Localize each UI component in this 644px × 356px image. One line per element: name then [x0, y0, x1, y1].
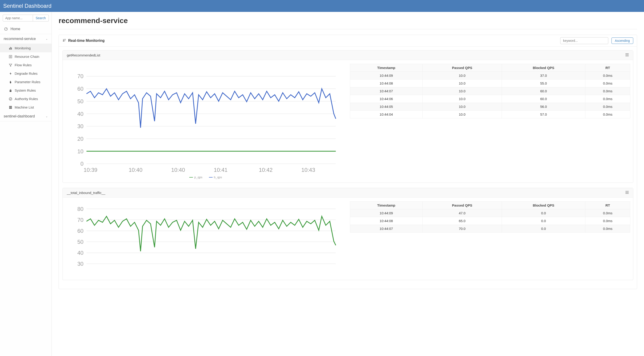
col-passed-qps: Passed QPS	[422, 201, 502, 209]
sidebar: Search Home recommend-service ⌄ Monitori…	[0, 12, 52, 356]
cell-blocked: 56.0	[502, 103, 586, 111]
resource-name: getRecommendedList	[67, 53, 100, 57]
svg-text:80: 80	[77, 206, 84, 212]
servers-icon	[8, 106, 13, 109]
cell-ts: 10:44:08	[350, 80, 423, 87]
nav-app-sentinel-dashboard[interactable]: sentinel-dashboard ⌄	[0, 112, 52, 121]
cell-ts: 10:44:05	[350, 103, 423, 111]
svg-text:70: 70	[77, 217, 84, 223]
cell-blocked: 0.0	[502, 225, 586, 233]
nav-home[interactable]: Home	[0, 24, 52, 34]
metrics-table: Timestamp Passed QPS Blocked QPS RT 10:4…	[350, 201, 630, 276]
sort-icon	[62, 39, 66, 43]
panel-body: getRecommendedList	[59, 47, 637, 289]
nav-app-recommend-service[interactable]: recommend-service ⌄	[0, 34, 52, 44]
chart-legend: p_qps b_qps	[66, 176, 346, 179]
bolt-icon	[8, 72, 13, 75]
nav-app-label: recommend-service	[4, 37, 36, 41]
table-row: 10:44:0910.037.00.0ms	[350, 72, 630, 80]
cell-blocked: 37.0	[502, 72, 586, 80]
resource-card: getRecommendedList	[62, 50, 633, 183]
app-header: Sentinel Dashboard	[0, 0, 644, 12]
metrics-table: Timestamp Passed QPS Blocked QPS RT 10:4…	[350, 64, 630, 179]
nav-parameter-rules[interactable]: Parameter Rules	[0, 78, 52, 86]
svg-rect-9	[10, 90, 12, 92]
fire-icon	[8, 80, 13, 84]
nav-flow-rules[interactable]: Flow Rules	[0, 61, 52, 69]
panel-title: Real-time Monitoring	[68, 39, 104, 43]
nav-resource-chain[interactable]: Resource Chain	[0, 52, 52, 61]
svg-text:40: 40	[77, 111, 84, 117]
divider	[58, 29, 637, 29]
monitoring-panel: Real-time Monitoring Ascending getRecomm…	[58, 35, 637, 289]
cell-rt: 0.0ms	[586, 225, 630, 233]
svg-text:30: 30	[77, 123, 84, 129]
nav-degrade-rules[interactable]: Degrade Rules	[0, 69, 52, 78]
cell-rt: 0.0ms	[586, 87, 630, 95]
cell-rt: 0.0ms	[586, 72, 630, 80]
table-row: 10:44:0610.060.00.0ms	[350, 95, 630, 103]
svg-text:10: 10	[77, 148, 84, 155]
line-chart: 80 70 60 50 40 30	[66, 201, 346, 276]
nav-item-label: Flow Rules	[15, 63, 32, 67]
app-search-input[interactable]	[3, 15, 33, 21]
cell-passed: 70.0	[422, 225, 502, 233]
app-title: Sentinel Dashboard	[3, 3, 52, 9]
menu-icon[interactable]	[625, 191, 629, 195]
chevron-down-icon: ⌄	[46, 115, 48, 118]
panel-header: Real-time Monitoring Ascending	[59, 35, 637, 47]
svg-text:60: 60	[77, 228, 84, 234]
nav-item-label: Resource Chain	[15, 55, 39, 58]
cell-blocked: 57.0	[502, 111, 586, 118]
cell-ts: 10:44:07	[350, 87, 423, 95]
cell-passed: 10.0	[422, 111, 502, 118]
nav-item-label: Parameter Rules	[15, 80, 40, 84]
cell-passed: 10.0	[422, 103, 502, 111]
nav-authority-rules[interactable]: Authority Rules	[0, 95, 52, 103]
table-row: 10:44:0810.055.00.0ms	[350, 80, 630, 87]
cell-rt: 0.0ms	[586, 209, 630, 217]
nav-monitoring[interactable]: Monitoring	[0, 44, 52, 52]
svg-text:10:40: 10:40	[128, 167, 142, 173]
svg-text:50: 50	[77, 239, 84, 245]
col-rt: RT	[586, 64, 630, 72]
nav-system-rules[interactable]: System Rules	[0, 86, 52, 95]
cell-rt: 0.0ms	[586, 111, 630, 118]
cell-ts: 10:44:07	[350, 225, 423, 233]
table-row: 10:44:0865.00.00.0ms	[350, 217, 630, 225]
chart: 70 60 50 40 30 20 10 0 10:39 10:40	[66, 64, 346, 179]
nav-machine-list[interactable]: Machine List	[0, 103, 52, 112]
chevron-down-icon: ⌄	[46, 37, 48, 40]
app-search-button[interactable]: Search	[33, 15, 49, 21]
svg-rect-3	[10, 47, 11, 50]
nav-item-label: Monitoring	[15, 46, 31, 50]
cell-rt: 0.0ms	[586, 95, 630, 103]
cell-rt: 0.0ms	[586, 217, 630, 225]
gauge-icon	[4, 27, 8, 31]
legend-p-qps: p_qps	[189, 176, 202, 179]
keyword-input[interactable]	[560, 37, 608, 44]
cell-ts: 10:44:04	[350, 111, 423, 118]
filter-icon	[8, 63, 13, 67]
cell-blocked: 0.0	[502, 209, 586, 217]
menu-icon[interactable]	[625, 53, 629, 57]
cell-blocked: 0.0	[502, 217, 586, 225]
svg-text:10:41: 10:41	[214, 167, 228, 173]
table-header-row: Timestamp Passed QPS Blocked QPS RT	[350, 64, 630, 72]
svg-rect-13	[9, 108, 12, 109]
table-header-row: Timestamp Passed QPS Blocked QPS RT	[350, 201, 630, 209]
table-row: 10:44:0710.060.00.0ms	[350, 87, 630, 95]
cell-rt: 0.0ms	[586, 80, 630, 87]
cell-passed: 10.0	[422, 72, 502, 80]
lock-icon	[8, 89, 13, 92]
cell-rt: 0.0ms	[586, 103, 630, 111]
cell-blocked: 55.0	[502, 80, 586, 87]
sort-button[interactable]: Ascending	[612, 37, 633, 44]
line-chart: 70 60 50 40 30 20 10 0 10:39 10:40	[66, 64, 346, 174]
chart: 80 70 60 50 40 30	[66, 201, 346, 276]
cell-passed: 65.0	[422, 217, 502, 225]
legend-b-qps: b_qps	[209, 176, 222, 179]
svg-text:50: 50	[77, 98, 84, 104]
nav-item-label: Authority Rules	[15, 97, 38, 101]
svg-text:70: 70	[77, 73, 84, 79]
